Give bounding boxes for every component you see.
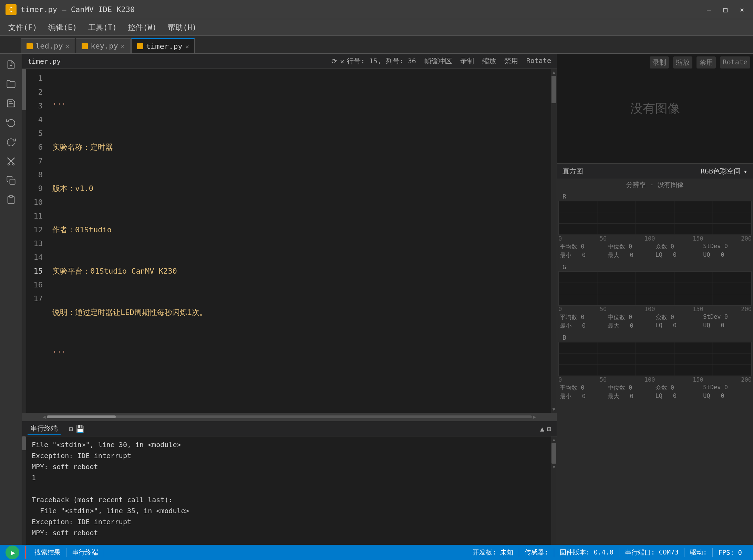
- run-button[interactable]: ▶: [6, 546, 19, 559]
- driver-label: 驱动:: [690, 548, 707, 557]
- menubar: 文件(F) 编辑(E) 工具(T) 控件(W) 帮助(H): [0, 19, 753, 36]
- fps-label: FPS: 0: [718, 549, 742, 556]
- record-button[interactable]: 录制: [460, 56, 474, 66]
- channel-r-label: R: [557, 192, 753, 201]
- dev-board-status: 开发板: 未知: [467, 548, 519, 557]
- cut-button[interactable]: [3, 153, 19, 169]
- resolution-label: 分辨率 - 没有图像: [557, 179, 753, 191]
- menu-file[interactable]: 文件(F): [3, 20, 43, 35]
- colorspace-dropdown-icon[interactable]: ▾: [743, 167, 747, 176]
- horizontal-scrollbar[interactable]: ◀ ▶: [22, 413, 557, 421]
- minimize-button[interactable]: —: [703, 4, 714, 15]
- close-editor-icon[interactable]: ✕: [340, 57, 344, 65]
- terminal-line-7: File "<stdin>", line 35, in <module>: [32, 505, 546, 516]
- undo-button[interactable]: [3, 114, 19, 131]
- frame-buffer-label: 帧缓冲区: [424, 56, 452, 66]
- svg-rect-9: [9, 196, 12, 197]
- close-button[interactable]: ✕: [736, 4, 747, 15]
- zoom-button[interactable]: 缩放: [482, 56, 496, 66]
- open-folder-button[interactable]: [3, 76, 19, 92]
- channel-b-stats: 平均数 0中位数 0众数 0StDev 0 最小 0最大 0LQ 0UQ 0: [557, 383, 753, 401]
- copy-button[interactable]: [3, 172, 19, 189]
- tab-serial-terminal[interactable]: 串行终端: [28, 422, 61, 435]
- stop-indicator: [25, 546, 26, 559]
- no-image-text: 没有图像: [630, 100, 680, 117]
- paste-button[interactable]: [3, 191, 19, 208]
- editor-filename: timer.py: [28, 57, 331, 65]
- disable-button[interactable]: 禁用: [504, 56, 518, 66]
- colorspace-selector[interactable]: RGB色彩空间 ▾: [701, 167, 747, 176]
- channel-r-chart: [558, 201, 752, 235]
- code-content[interactable]: ''' 实验名称：定时器 版本：v1.0 作者：01Studio 实验平台：01…: [47, 69, 551, 413]
- channel-g-chart: [558, 271, 752, 306]
- channel-r-x-labels: 050100150200: [557, 235, 753, 242]
- sensor-label: 传感器:: [525, 548, 548, 557]
- rotate-btn[interactable]: Rotate: [720, 56, 750, 68]
- terminal-header: 串行终端 ⊞ 💾 ▲ ⊡: [22, 421, 557, 436]
- maximize-button[interactable]: □: [720, 4, 731, 15]
- histogram-header: 直方图 RGB色彩空间 ▾: [557, 164, 753, 179]
- menu-tools[interactable]: 工具(T): [83, 20, 123, 35]
- scroll-right-button[interactable]: ▶: [533, 414, 536, 420]
- fps-status: FPS: 0: [713, 549, 747, 556]
- tab-close-key[interactable]: ✕: [121, 42, 125, 50]
- terminal-icon-save[interactable]: 💾: [76, 425, 84, 433]
- vertical-scrollbar[interactable]: ▲ ▼: [551, 69, 557, 413]
- terminal-line-2: Exception: IDE interrupt: [32, 450, 546, 461]
- code-line-6: 说明：通过定时器让LED周期性每秒闪烁1次。: [52, 306, 546, 319]
- scroll-down-button[interactable]: ▼: [551, 406, 557, 413]
- record-btn[interactable]: 录制: [650, 56, 669, 68]
- terminal-icon-copy[interactable]: ⊞: [69, 425, 73, 433]
- zoom-btn[interactable]: 缩放: [673, 56, 692, 68]
- menu-help[interactable]: 帮助(H): [162, 20, 202, 35]
- terminal-line-1: File "<stdin>", line 30, in <module>: [32, 439, 546, 450]
- new-file-button[interactable]: [3, 56, 19, 73]
- code-editor[interactable]: 1 2 3 4 5 6 7 8 9 10 11 12 13 14 15 16 1…: [22, 69, 557, 413]
- serial-terminal-tab[interactable]: 串行终端: [66, 548, 104, 557]
- channel-b-section: B 050100150200: [557, 332, 753, 402]
- redo-button[interactable]: [3, 134, 19, 150]
- menu-edit[interactable]: 编辑(E): [43, 20, 83, 35]
- terminal-scroll-down[interactable]: ▼: [551, 464, 557, 470]
- titlebar: C timer.py — CanMV IDE K230 — □ ✕: [0, 0, 753, 19]
- scroll-thumb[interactable]: [47, 415, 116, 418]
- tab-close-led[interactable]: ✕: [65, 42, 69, 50]
- tab-bar: led.py ✕ key.py ✕ timer.py ✕: [0, 36, 753, 54]
- terminal-line-8: Exception: IDE interrupt: [32, 516, 546, 527]
- tab-key[interactable]: key.py ✕: [76, 38, 130, 53]
- rotate-button[interactable]: Rotate: [526, 56, 551, 66]
- terminal-collapse-button[interactable]: ▲: [540, 425, 544, 433]
- save-file-button[interactable]: [3, 95, 19, 112]
- line-numbers: 1 2 3 4 5 6 7 8 9 10 11 12 13 14 15 16 1…: [26, 69, 47, 413]
- dev-board-label: 开发板: 未知: [473, 548, 513, 557]
- scroll-left-button[interactable]: ◀: [43, 414, 45, 420]
- svg-rect-8: [10, 179, 15, 184]
- scroll-track[interactable]: [47, 415, 532, 418]
- tab-icon-led: [27, 43, 33, 49]
- channel-g-label: G: [557, 263, 753, 271]
- svg-line-7: [11, 158, 15, 162]
- play-icon: ▶: [11, 548, 15, 557]
- app-icon: C: [6, 4, 17, 15]
- terminal-line-6: Traceback (most recent call last):: [32, 494, 546, 505]
- svg-line-6: [7, 158, 11, 162]
- channel-r-section: R 05: [557, 191, 753, 261]
- search-results-tab[interactable]: 搜索结果: [29, 548, 66, 557]
- tab-timer[interactable]: timer.py ✕: [131, 38, 195, 53]
- image-controls: 录制 缩放 禁用 Rotate: [650, 56, 750, 68]
- terminal-maximize-button[interactable]: ⊡: [547, 425, 551, 433]
- tab-close-timer[interactable]: ✕: [185, 43, 189, 50]
- statusbar: ▶ 搜索结果 串行终端 开发板: 未知 传感器: 固件版本: 0.4.0 串行端…: [0, 545, 753, 560]
- driver-status: 驱动:: [684, 548, 713, 557]
- terminal-content[interactable]: File "<stdin>", line 30, in <module> Exc…: [26, 436, 551, 545]
- editor-controls: 录制 缩放 禁用 Rotate: [460, 56, 551, 66]
- channel-g-x-labels: 050100150200: [557, 306, 753, 313]
- terminal-scroll-up[interactable]: ▲: [551, 436, 557, 443]
- menu-controls[interactable]: 控件(W): [122, 20, 162, 35]
- disable-btn[interactable]: 禁用: [697, 56, 716, 68]
- left-toolbar: [0, 54, 22, 545]
- terminal-line-4: 1: [32, 472, 546, 483]
- scroll-up-button[interactable]: ▲: [551, 69, 557, 76]
- tab-led[interactable]: led.py ✕: [21, 38, 75, 53]
- terminal-scrollbar[interactable]: ▲ ▼: [551, 436, 557, 545]
